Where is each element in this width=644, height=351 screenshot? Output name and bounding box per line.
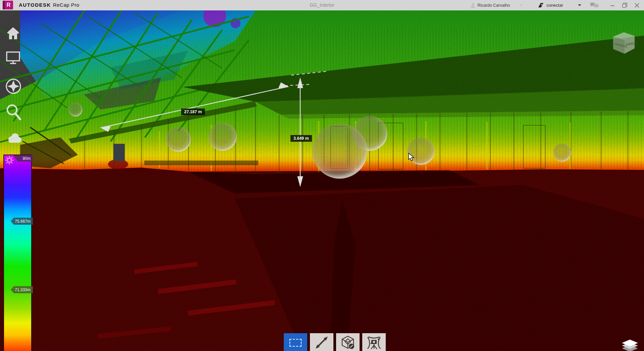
scale-max-label: 80m — [13, 155, 33, 162]
cloud-button[interactable] — [7, 131, 22, 146]
distance-arrow-icon — [310, 333, 333, 351]
feedback-chat-icon[interactable] — [590, 2, 599, 8]
scale-lower-tick[interactable]: 71.333m — [11, 286, 33, 293]
titlebar: R AUTODESKReCap Pro GG_Interior Ricardo … — [0, 0, 644, 10]
view-cube[interactable]: FRONTAL DIREITA — [610, 29, 637, 56]
point-cloud-viewport[interactable]: 80m 75.667m 71.333m 67m 27.187 m 3.649 m… — [0, 10, 644, 351]
height-measurement-label[interactable]: 3.649 m — [290, 135, 312, 142]
restore-button[interactable] — [622, 3, 627, 8]
project-navigator-button[interactable] — [6, 51, 20, 66]
close-button[interactable] — [635, 3, 639, 8]
measure-toolbar: Janela Distância — [284, 333, 386, 351]
layers-icon[interactable] — [622, 340, 638, 351]
connect-button[interactable]: conectar — [546, 3, 563, 8]
home-button[interactable] — [7, 27, 19, 41]
autodesk-logo-icon — [538, 3, 544, 8]
user-menu-caret-icon[interactable] — [519, 4, 523, 6]
window-select-button[interactable]: Janela — [284, 333, 307, 351]
point-cloud-scene — [0, 10, 644, 351]
distance-measurement-label[interactable]: 27.187 m — [181, 108, 205, 115]
window-select-icon — [284, 333, 307, 351]
realview-button[interactable]: RealView — [362, 333, 386, 351]
user-name[interactable]: Ricardo Carvalho — [478, 3, 510, 8]
connect-caret-icon[interactable] — [578, 4, 581, 6]
recap-window: R AUTODESKReCap Pro GG_Interior Ricardo … — [0, 0, 644, 351]
navigation-compass-button[interactable] — [5, 78, 22, 96]
clip-box-button[interactable]: Caixa de — [336, 333, 360, 351]
user-icon — [470, 3, 476, 8]
realview-camera-icon — [362, 333, 386, 351]
scale-settings-gear-icon[interactable] — [5, 156, 14, 166]
minimize-button[interactable] — [610, 3, 615, 8]
distance-tool-button[interactable]: Distância — [310, 333, 333, 351]
mouse-cursor — [408, 153, 415, 163]
scale-upper-tick[interactable]: 75.667m — [11, 218, 33, 225]
zoom-button[interactable] — [5, 103, 21, 123]
clip-box-icon — [336, 333, 360, 351]
elevation-scale[interactable]: 80m 75.667m 71.333m 67m — [3, 155, 32, 351]
